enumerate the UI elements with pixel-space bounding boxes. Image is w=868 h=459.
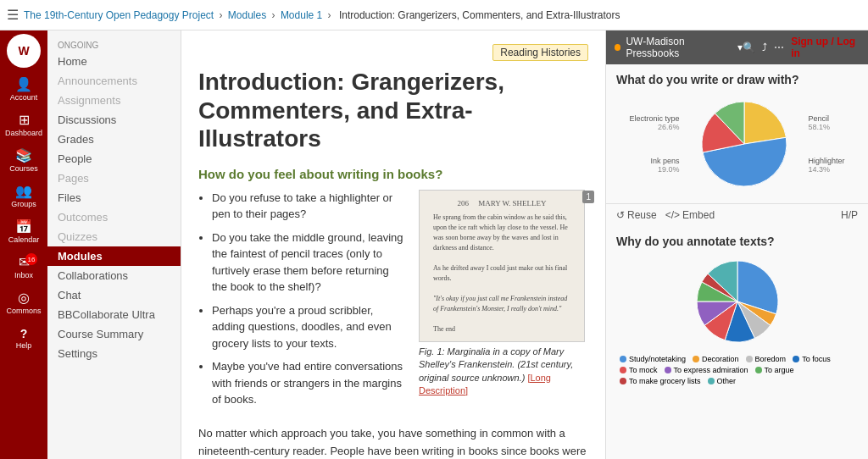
sidebar-item-inbox[interactable]: ✉ Inbox 16 bbox=[7, 250, 41, 284]
sidebar-item-discussions[interactable]: Discussions bbox=[47, 110, 181, 130]
chart1-left-labels: Electronic type26.6% Ink pens19.0% bbox=[629, 102, 682, 186]
sidebar-item-announcements[interactable]: Announcements bbox=[47, 71, 181, 91]
breadcrumb-separator: › bbox=[272, 9, 278, 21]
commons-icon: ◎ bbox=[18, 290, 30, 306]
sidebar-item-home[interactable]: Home bbox=[47, 52, 181, 71]
legend-item: Study/notetaking bbox=[620, 355, 686, 363]
pressbooks-branding: UW-Madison Pressbooks ▾ bbox=[615, 36, 743, 59]
legend-item: To make grocery lists bbox=[620, 377, 701, 385]
sidebar-item-quizzes[interactable]: Quizzes bbox=[47, 227, 181, 246]
share-icon[interactable]: ⤴ bbox=[762, 41, 767, 53]
breadcrumb-link-project[interactable]: The 19th-Century Open Pedagogy Project bbox=[24, 9, 214, 21]
breadcrumb-current: Introduction: Grangerizers, Commenters, … bbox=[339, 9, 620, 21]
chart2-container bbox=[616, 255, 858, 348]
chart1-label-pencil: Pencil58.1% bbox=[809, 114, 845, 131]
calendar-label: Calendar bbox=[8, 235, 40, 244]
dashboard-label: Dashboard bbox=[5, 129, 42, 137]
sidebar-item-collaborations[interactable]: Collaborations bbox=[47, 266, 181, 285]
calendar-icon: 📅 bbox=[15, 218, 32, 235]
right-panel: UW-Madison Pressbooks ▾ 🔍 ⤴ ⋯ Sign up / … bbox=[605, 30, 868, 459]
sidebar-item-courses[interactable]: 📚 Courses bbox=[7, 143, 41, 177]
breadcrumb-link-module1[interactable]: Module 1 bbox=[281, 9, 322, 21]
chart2-question: Why do you annotate texts? bbox=[616, 235, 858, 248]
sidebar-item-grades[interactable]: Grades bbox=[47, 130, 181, 149]
sidebar-item-course-summary[interactable]: Course Summary bbox=[47, 324, 181, 344]
embed-label: Embed bbox=[682, 209, 715, 221]
legend-item: To mock bbox=[620, 366, 658, 374]
bullet-list: Do you refuse to take a highlighter or p… bbox=[198, 190, 405, 415]
page-badge: 1 bbox=[582, 191, 594, 203]
hamburger-menu[interactable]: ☰ bbox=[7, 7, 19, 23]
uw-logo: W bbox=[7, 34, 41, 68]
bullet-item: Maybe you've had entire conversations wi… bbox=[212, 358, 405, 408]
section-heading: How do you feel about writing in books? bbox=[198, 167, 588, 181]
courses-icon: 📚 bbox=[15, 147, 32, 163]
legend-item: To express admiration bbox=[665, 366, 748, 374]
sidebar-item-account[interactable]: 👤 Account bbox=[7, 72, 41, 106]
embed-icon: </> bbox=[665, 209, 680, 221]
reading-histories-button[interactable]: Reading Histories bbox=[492, 44, 588, 61]
figure-text: He sprang from the cabin window as he sa… bbox=[433, 213, 570, 335]
chart2-legend: Study/notetakingDecorationBoredomTo focu… bbox=[616, 355, 858, 385]
reuse-button[interactable]: ↺ Reuse bbox=[616, 209, 657, 221]
breadcrumb-separator: › bbox=[328, 9, 334, 21]
inbox-label: Inbox bbox=[14, 271, 33, 279]
body-text: No matter which approach you take, you h… bbox=[198, 425, 588, 459]
sidebar-item-people[interactable]: People bbox=[47, 149, 181, 169]
groups-icon: 👥 bbox=[15, 183, 32, 199]
chart2-pie bbox=[691, 255, 784, 348]
signup-login-link[interactable]: Sign up / Log in bbox=[791, 36, 860, 59]
text-sidebar: Ongoing Home Announcements Assignments D… bbox=[47, 30, 181, 459]
figure-image-header: 206 MARY W. SHELLEY bbox=[433, 197, 570, 209]
sidebar-item-outcomes[interactable]: Outcomes bbox=[47, 207, 181, 227]
breadcrumb-link-modules[interactable]: Modules bbox=[228, 9, 266, 21]
sidebar-item-settings[interactable]: Settings bbox=[47, 344, 181, 363]
legend-item: To argue bbox=[755, 366, 794, 374]
sidebar-item-chat[interactable]: Chat bbox=[47, 285, 181, 305]
chart1-question: What do you write or draw with? bbox=[616, 73, 858, 86]
sidebar-item-bbcollaborate[interactable]: BBCollaborate Ultra bbox=[47, 305, 181, 324]
bullet-item: Do you refuse to take a highlighter or p… bbox=[212, 190, 405, 223]
inbox-badge: 16 bbox=[25, 253, 37, 265]
right-panel-header: UW-Madison Pressbooks ▾ 🔍 ⤴ ⋯ Sign up / … bbox=[606, 30, 868, 64]
chart1-right-labels: Pencil58.1% Highlighter14.3% bbox=[805, 102, 845, 186]
sidebar-item-dashboard[interactable]: ⊞ Dashboard bbox=[7, 108, 41, 141]
page-indicator: H/P bbox=[841, 209, 858, 221]
sidebar-item-groups[interactable]: 👥 Groups bbox=[7, 179, 41, 213]
embed-button[interactable]: </> Embed bbox=[665, 209, 715, 221]
account-label: Account bbox=[10, 93, 38, 102]
sidebar-item-assignments[interactable]: Assignments bbox=[47, 91, 181, 110]
chart1-label-electronic: Electronic type26.6% bbox=[629, 114, 679, 131]
breadcrumb-separator: › bbox=[219, 9, 225, 21]
sidebar-item-modules[interactable]: Modules bbox=[47, 246, 181, 266]
reuse-icon: ↺ bbox=[616, 209, 625, 221]
top-navigation: ☰ The 19th-Century Open Pedagogy Project… bbox=[0, 0, 868, 30]
more-icon[interactable]: ⋯ bbox=[774, 41, 784, 53]
help-icon: ? bbox=[20, 327, 28, 340]
figure-box: 206 MARY W. SHELLEY He sprang from the c… bbox=[419, 190, 588, 415]
search-icon[interactable]: 🔍 bbox=[743, 41, 755, 53]
bullet-item: Perhaps you're a proud scribbler, adding… bbox=[212, 302, 405, 352]
chart1-label-inkpens: Ink pens19.0% bbox=[629, 157, 679, 174]
chart1-section: What do you write or draw with? Electron… bbox=[606, 64, 868, 204]
main-content: Reading Histories Introduction: Grangeri… bbox=[181, 30, 605, 459]
help-label: Help bbox=[16, 341, 32, 350]
figure-caption: Fig. 1: Marginalia in a copy of Mary She… bbox=[419, 346, 588, 398]
legend-item: Boredom bbox=[746, 355, 787, 363]
courses-label: Courses bbox=[9, 164, 38, 173]
commons-label: Commons bbox=[7, 307, 42, 315]
sidebar-item-help[interactable]: ? Help bbox=[7, 321, 41, 355]
sidebar-item-commons[interactable]: ◎ Commons bbox=[7, 285, 41, 319]
sidebar-item-calendar[interactable]: 📅 Calendar bbox=[7, 214, 41, 248]
breadcrumb: The 19th-Century Open Pedagogy Project ›… bbox=[24, 9, 622, 21]
account-icon: 👤 bbox=[15, 76, 32, 92]
sidebar-item-files[interactable]: Files bbox=[47, 188, 181, 207]
sidebar-section-label: Ongoing bbox=[47, 37, 181, 52]
reuse-label: Reuse bbox=[627, 209, 657, 221]
sidebar-item-pages[interactable]: Pages bbox=[47, 169, 181, 188]
chart1-pie bbox=[693, 93, 795, 195]
reading-histories-bar: Reading Histories bbox=[198, 44, 588, 61]
groups-label: Groups bbox=[11, 200, 36, 208]
chart2-section: Why do you annotate texts? Study/notetak… bbox=[606, 226, 868, 394]
chart1-container: Electronic type26.6% Ink pens19.0% Penci… bbox=[616, 93, 858, 195]
